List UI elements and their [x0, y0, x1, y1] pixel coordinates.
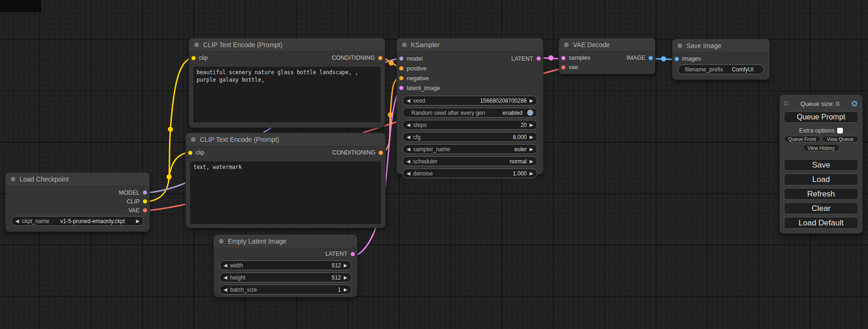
clip-port-dot[interactable]: [191, 56, 196, 60]
decrement-arrow-icon[interactable]: ◀: [15, 219, 19, 224]
increment-arrow-icon[interactable]: ▶: [529, 123, 533, 127]
toggle-circle-icon[interactable]: [527, 110, 533, 116]
node-title: KSampler: [411, 41, 439, 49]
node-load-checkpoint[interactable]: Load Checkpoint MODEL CLIP VAE ◀ c: [6, 173, 149, 231]
node-clip-text-encode-negative[interactable]: CLIP Text Encode (Prompt) clip CONDITION…: [186, 133, 385, 228]
filename-prefix-widget[interactable]: filename_prefix ComfyUI: [678, 64, 764, 74]
node-title-bar[interactable]: Load Checkpoint: [6, 173, 149, 186]
extra-options-checkbox[interactable]: [837, 128, 843, 133]
cfg-widget[interactable]: ◀ cfg 8.000 ▶: [402, 132, 537, 142]
view-queue-button[interactable]: View Queue: [822, 136, 859, 142]
collapse-dot-icon[interactable]: [564, 42, 569, 47]
queue-front-button[interactable]: Queue Front: [784, 136, 820, 142]
node-ksampler[interactable]: KSampler model LATENT positive negative: [397, 38, 543, 174]
model-port-dot[interactable]: [399, 56, 403, 61]
reroute-dot[interactable]: [549, 56, 554, 61]
decrement-arrow-icon[interactable]: ◀: [407, 171, 410, 176]
node-title-bar[interactable]: CLIP Text Encode (Prompt): [189, 38, 385, 52]
positive-prompt-textarea[interactable]: beautiful scenery nature glass bottle la…: [193, 67, 381, 122]
conditioning-port-dot[interactable]: [399, 76, 403, 80]
collapse-dot-icon[interactable]: [677, 43, 682, 48]
clear-button[interactable]: Clear: [784, 203, 858, 214]
reroute-dot[interactable]: [389, 61, 394, 66]
conditioning-port-dot[interactable]: [378, 56, 382, 60]
node-title-bar[interactable]: CLIP Text Encode (Prompt): [186, 133, 385, 147]
increment-arrow-icon[interactable]: ▶: [344, 287, 347, 292]
input-model: model: [399, 56, 423, 62]
node-empty-latent-image[interactable]: Empty Latent Image LATENT ◀ width 512 ▶ …: [214, 235, 357, 297]
collapse-dot-icon[interactable]: [11, 177, 15, 182]
increment-arrow-icon[interactable]: ▶: [529, 147, 533, 152]
reroute-dot[interactable]: [167, 175, 172, 180]
load-default-button[interactable]: Load Default: [784, 217, 858, 229]
image-port-dot[interactable]: [675, 57, 679, 61]
node-graph-canvas[interactable]: Load Checkpoint MODEL CLIP VAE ◀ c: [0, 0, 868, 329]
collapse-dot-icon[interactable]: [191, 137, 196, 142]
sampler-name-widget[interactable]: ◀ sampler_name euler ▶: [402, 144, 537, 154]
reroute-dot[interactable]: [388, 112, 393, 118]
input-clip: clip: [188, 149, 205, 156]
collapse-dot-icon[interactable]: [402, 42, 407, 47]
image-port-dot[interactable]: [649, 56, 653, 60]
decrement-arrow-icon[interactable]: ◀: [407, 147, 410, 152]
increment-arrow-icon[interactable]: ▶: [529, 159, 533, 164]
batch-size-widget[interactable]: ◀ batch_size 1 ▶: [219, 285, 352, 294]
view-history-button[interactable]: View History: [803, 144, 840, 151]
seed-widget[interactable]: ◀ seed 156680208700286 ▶: [402, 96, 537, 105]
scheduler-widget[interactable]: ◀ scheduler normal ▶: [402, 156, 537, 166]
vae-port-dot[interactable]: [561, 65, 565, 70]
queue-prompt-button[interactable]: Queue Prompt: [784, 112, 858, 123]
drag-handle-icon[interactable]: [784, 101, 789, 106]
negative-prompt-textarea[interactable]: text, watermark: [190, 161, 381, 224]
model-port-dot[interactable]: [143, 190, 147, 195]
latent-port-dot[interactable]: [351, 252, 355, 256]
width-widget[interactable]: ◀ width 512 ▶: [219, 260, 352, 270]
decrement-arrow-icon[interactable]: ◀: [407, 135, 410, 140]
node-title-bar[interactable]: VAE Decode: [559, 38, 655, 52]
decrement-arrow-icon[interactable]: ◀: [224, 275, 227, 280]
denoise-widget[interactable]: ◀ denoise 1.000 ▶: [402, 168, 537, 178]
output-latent: LATENT: [325, 251, 355, 257]
save-button[interactable]: Save: [784, 159, 858, 171]
increment-arrow-icon[interactable]: ▶: [529, 135, 533, 140]
vae-port-dot[interactable]: [143, 208, 147, 212]
increment-arrow-icon[interactable]: ▶: [344, 275, 347, 280]
node-title: VAE Decode: [573, 41, 610, 49]
latent-port-dot[interactable]: [536, 56, 541, 61]
reroute-dot[interactable]: [168, 127, 173, 132]
clip-port-dot[interactable]: [143, 199, 147, 203]
latent-port-dot[interactable]: [561, 56, 565, 60]
input-images: images: [675, 56, 701, 62]
clip-port-dot[interactable]: [188, 151, 192, 155]
node-title-bar[interactable]: Empty Latent Image: [214, 235, 357, 248]
height-widget[interactable]: ◀ height 512 ▶: [219, 273, 352, 282]
node-vae-decode[interactable]: VAE Decode samples IMAGE vae: [559, 38, 655, 74]
ckpt-name-widget[interactable]: ◀ ckpt_name v1-5-pruned-emaonly.ckpt ▶: [11, 216, 144, 226]
increment-arrow-icon[interactable]: ▶: [344, 263, 347, 268]
increment-arrow-icon[interactable]: ▶: [529, 171, 533, 176]
node-clip-text-encode-positive[interactable]: CLIP Text Encode (Prompt) clip CONDITION…: [189, 38, 385, 127]
latent-port-dot[interactable]: [399, 86, 403, 90]
increment-arrow-icon[interactable]: ▶: [136, 219, 140, 224]
node-title-bar[interactable]: Save Image: [672, 39, 769, 53]
settings-gear-icon[interactable]: [851, 100, 858, 107]
refresh-button[interactable]: Refresh: [784, 188, 858, 200]
node-save-image[interactable]: Save Image images filename_prefix ComfyU…: [672, 39, 769, 79]
decrement-arrow-icon[interactable]: ◀: [224, 263, 227, 268]
steps-widget[interactable]: ◀ steps 20 ▶: [402, 120, 537, 130]
load-button[interactable]: Load: [784, 174, 858, 185]
conditioning-port-dot[interactable]: [379, 151, 383, 155]
decrement-arrow-icon[interactable]: ◀: [224, 287, 227, 292]
positive-prompt-text: beautiful scenery nature glass bottle la…: [197, 69, 358, 83]
decrement-arrow-icon[interactable]: ◀: [407, 159, 410, 164]
node-title-bar[interactable]: KSampler: [397, 38, 543, 52]
decrement-arrow-icon[interactable]: ◀: [407, 98, 410, 103]
conditioning-port-dot[interactable]: [399, 66, 403, 70]
reroute-dot[interactable]: [661, 56, 666, 62]
collapse-dot-icon[interactable]: [219, 239, 224, 244]
random-seed-toggle-widget[interactable]: Random seed after every gen enabled: [402, 108, 537, 118]
decrement-arrow-icon[interactable]: ◀: [407, 123, 410, 127]
collapse-dot-icon[interactable]: [194, 42, 199, 47]
increment-arrow-icon[interactable]: ▶: [529, 98, 533, 103]
input-negative: negative: [399, 75, 429, 82]
